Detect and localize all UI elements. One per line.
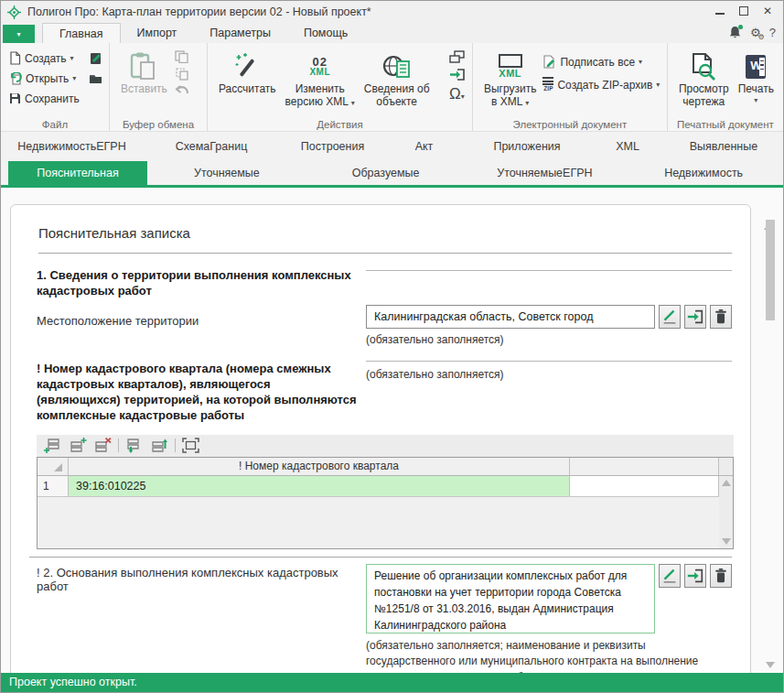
save-button[interactable]: Сохранить [7,89,104,108]
ribbon: Создать ▾ Открыть ▾ [1,43,783,132]
ribbon-group-edoc: XML Выгрузить в XML ▾ Подписать все ▾ [473,43,668,131]
grounds-textarea[interactable]: Решение об организации комплексных работ… [366,564,655,633]
scrollbar-thumb[interactable] [766,220,775,320]
app-menu-button[interactable]: ▾ [3,25,35,43]
tab-obrazuemye[interactable]: Образуемые [306,161,466,185]
clear-field-button[interactable] [710,305,732,329]
word-icon: W [746,55,766,79]
table-vertical-scrollbar[interactable] [719,476,733,548]
group-label-file: Файл [1,119,109,130]
tab-postroeniya[interactable]: Построения [280,140,385,153]
insert-value-button[interactable] [684,305,706,329]
quarter-table: ! Номер кадастрового квартала 1 39:16:01… [37,435,734,549]
table-scrollbar-spacer [719,458,733,475]
menu-tab-parametry[interactable]: Параметры [193,23,287,43]
tab-poyasnitelnaya[interactable]: Пояснительная [8,161,147,185]
copy-icon[interactable] [175,50,188,63]
tab-prilozheniya[interactable]: Приложения [463,140,591,153]
trash-icon [713,567,729,585]
main-scrollbar[interactable] [764,208,777,668]
chevron-down-icon: ▾ [525,99,529,107]
delete-row-icon[interactable] [93,438,112,453]
quarter-number-cell[interactable]: 39:16:010225 [69,476,570,496]
close-button[interactable]: ✕ [756,1,779,21]
scroll-down-icon[interactable] [722,538,731,545]
notifications-button[interactable] [729,26,742,39]
column-header-quarter[interactable]: ! Номер кадастрового квартала [69,458,570,475]
table-grid: ! Номер кадастрового квартала 1 39:16:01… [37,457,734,549]
menu-tab-pomosch[interactable]: Помощь [287,23,364,43]
change-xml-version-button[interactable]: 02XML Изменить версию XML ▾ [281,49,360,116]
tab-utochnyaemye[interactable]: Уточняемые [147,161,306,185]
tab-nedvizhimost-egrn[interactable]: НедвижимостьЕГРН [1,140,143,153]
edit-field-button[interactable] [659,564,681,588]
edit-field-button[interactable] [659,305,681,329]
import-data-icon[interactable] [449,68,465,81]
tab-utochnyaemye-egrn[interactable]: УточняемыеЕГРН [466,161,625,185]
object-info-button[interactable]: Сведения об объекте [360,49,435,116]
minimize-button[interactable] [708,1,732,21]
add-row-icon[interactable] [44,438,62,453]
group-label-edoc: Электронный документ [473,119,667,130]
tab-xml[interactable]: XML [591,140,664,153]
preview-drawing-button[interactable]: Просмотр чертежа [674,49,734,116]
move-row-up-icon[interactable] [150,438,168,453]
paste-special-icon[interactable] [176,68,188,81]
title-bar: Полигон Про: Карта-план территории верси… [1,1,783,23]
column-header-empty [570,458,719,475]
calculate-button[interactable]: Рассчитать [214,49,281,116]
expand-table-icon[interactable] [182,438,199,453]
edit-icon [660,308,679,326]
row-number-cell[interactable]: 1 [38,476,69,496]
print-button[interactable]: W Печать ▾ [734,49,779,116]
minimize-icon [715,13,725,15]
omega-symbols-button[interactable]: Ω▾ [449,86,465,103]
tab-nedvizhimost[interactable]: Недвижимость [624,161,783,185]
notification-dot [738,25,743,29]
copy-structure-icon[interactable] [449,50,465,63]
maximize-button[interactable] [732,1,756,21]
create-button[interactable]: Создать ▾ [7,49,104,68]
chevron-down-icon: ▾ [351,99,355,107]
location-input[interactable] [366,305,655,329]
help-button[interactable]: ? [769,26,776,39]
app-logo-icon [7,5,21,19]
xml-text-icon: XML [499,68,522,80]
folder-icon[interactable] [89,73,102,84]
ribbon-group-actions: Рассчитать 02XML Изменить версию XML ▾ [208,43,473,131]
chevron-down-icon: ▾ [754,96,757,104]
open-document-icon [9,72,22,85]
insert-value-button[interactable] [684,564,706,588]
table-toolbar [37,435,734,457]
tab-shema-granic[interactable]: СхемаГраниц [143,140,280,153]
create-zip-button[interactable]: ZIP Создать ZIP-архив ▾ [541,75,661,94]
magic-wand-icon [232,52,262,81]
ribbon-group-printdoc: Просмотр чертежа W Печать ▾ Печатный док… [668,43,783,131]
create-from-template-icon[interactable] [90,52,102,65]
clear-field-button[interactable] [710,564,732,588]
doc-tabs-row2: Пояснительная Уточняемые Образуемые Уточ… [1,161,783,185]
undo-icon[interactable] [175,85,189,97]
export-xml-button[interactable]: XML Выгрузить в XML ▾ [479,49,542,116]
scroll-up-icon[interactable] [722,480,731,486]
insert-row-icon[interactable] [69,438,87,453]
section1-heading: 1. Сведения о территории выполнения комп… [37,268,357,299]
open-button[interactable]: Открыть ▾ [7,69,104,88]
empty-cell[interactable] [570,476,719,496]
sign-all-button[interactable]: Подписать все ▾ [541,52,661,71]
zip-icon: ZIP [542,77,553,92]
menu-tab-glavnaya[interactable]: Главная [42,23,121,43]
settings-button[interactable]: ⚙⚙ [750,26,761,39]
tab-akt[interactable]: Акт [385,140,463,153]
scroll-down-icon[interactable] [766,662,775,668]
move-row-down-icon[interactable] [125,438,144,453]
paste-button[interactable]: Вставить [116,49,172,116]
tab-vyyavlennye[interactable]: Выявленные [664,140,783,153]
section2-heading: ! 2. Основания выполнения комплексных ка… [37,566,357,593]
field-divider [366,361,732,362]
object-info-icon [382,53,412,81]
page-title: Пояснительная записка [38,225,732,241]
active-tab-underline [1,185,783,188]
table-corner-cell[interactable] [38,458,69,475]
menu-tab-import[interactable]: Импорт [121,23,194,43]
